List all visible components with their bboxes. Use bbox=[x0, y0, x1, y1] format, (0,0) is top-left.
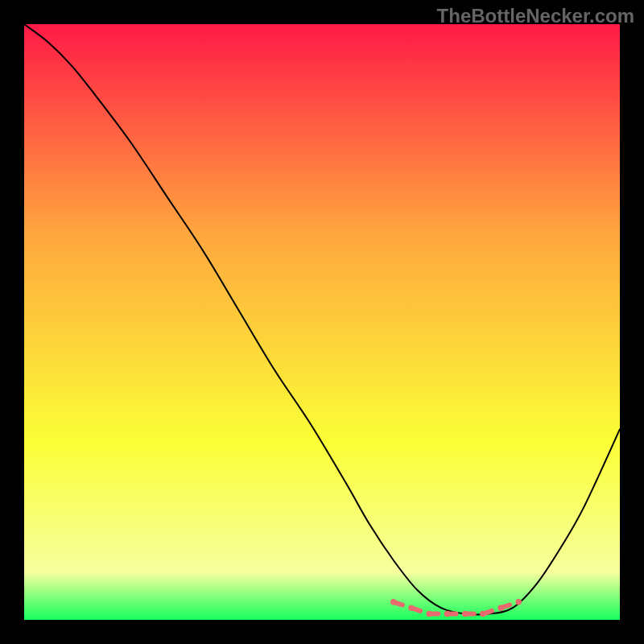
pink-valley-marker-seg bbox=[394, 602, 402, 605]
pink-valley-marker-seg bbox=[411, 608, 420, 611]
chart-container: TheBottleNecker.com bbox=[0, 0, 644, 644]
pink-valley-marker-seg bbox=[483, 611, 492, 614]
plot-area bbox=[24, 24, 620, 620]
watermark-text: TheBottleNecker.com bbox=[437, 5, 634, 27]
chart-svg bbox=[24, 24, 620, 620]
pink-valley-marker-seg bbox=[501, 605, 510, 609]
pink-valley-marker-dot bbox=[515, 599, 522, 605]
gradient-background bbox=[24, 24, 620, 620]
